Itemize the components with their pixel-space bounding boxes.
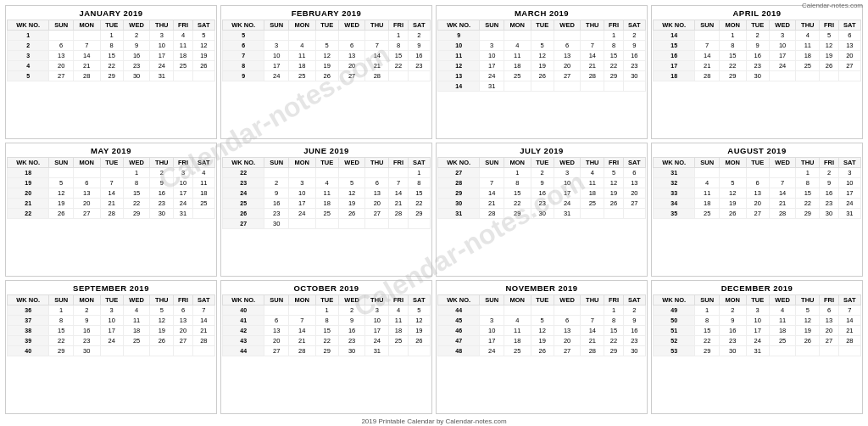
table-row: 4717181920212223 (438, 336, 646, 346)
day-cell: 11 (174, 41, 192, 51)
table-row: 453456789 (438, 316, 646, 326)
day-cell: 6 (746, 178, 769, 188)
day-cell: 5 (796, 305, 820, 316)
day-cell: 31 (554, 209, 581, 219)
month-block-5: JUNE 2019WK NO.SUNMONTUEWEDTHUFRISAT2212… (220, 143, 432, 277)
day-cell: 27 (623, 199, 645, 209)
wkno-cell: 47 (438, 336, 480, 346)
day-cell: 17 (100, 326, 123, 336)
table-row: 31123 (654, 168, 861, 178)
wkno-cell: 26 (223, 209, 264, 219)
day-cell: 24 (838, 199, 860, 209)
day-cell: 27 (554, 346, 581, 356)
month-title-6: JULY 2019 (437, 144, 646, 157)
table-row: 4610111213141516 (438, 326, 646, 336)
day-cell: 12 (531, 326, 554, 336)
day-cell: 2 (123, 31, 150, 41)
day-cell: 25 (796, 61, 820, 71)
day-cell: 18 (315, 199, 338, 209)
month-block-4: MAY 2019WK NO.SUNMONTUEWEDTHUFRISAT18123… (5, 143, 217, 277)
day-cell: 17 (480, 336, 504, 346)
day-cell: 1 (49, 305, 74, 316)
day-cell (100, 168, 123, 178)
day-cell (49, 168, 74, 178)
day-cell: 11 (581, 178, 604, 188)
wkno-cell: 23 (223, 178, 264, 188)
wkno-cell: 31 (654, 168, 695, 178)
day-cell: 21 (74, 61, 101, 71)
day-cell (365, 31, 389, 41)
col-header: SAT (838, 158, 860, 168)
day-cell (315, 219, 338, 229)
day-cell: 12 (49, 188, 74, 199)
day-cell: 22 (604, 336, 623, 346)
month-block-7: AUGUST 2019WK NO.SUNMONTUEWEDTHUFRISAT31… (651, 143, 863, 277)
day-cell: 26 (820, 61, 838, 71)
day-cell: 5 (315, 41, 338, 51)
day-cell (604, 209, 623, 219)
day-cell: 25 (769, 336, 796, 346)
month-table-11: WK NO.SUNMONTUEWEDTHUFRISAT4912345675089… (653, 294, 861, 356)
day-cell: 28 (74, 71, 101, 81)
col-header: WK NO. (654, 158, 695, 168)
col-header: WED (338, 158, 365, 168)
day-cell: 30 (150, 209, 174, 219)
day-cell: 9 (338, 316, 365, 326)
month-block-10: NOVEMBER 2019WK NO.SUNMONTUEWEDTHUFRISAT… (436, 280, 648, 414)
day-cell: 16 (150, 188, 174, 199)
day-cell: 6 (264, 316, 289, 326)
day-cell: 10 (174, 178, 192, 188)
day-cell: 3 (100, 305, 123, 316)
day-cell: 8 (604, 41, 623, 51)
day-cell: 1 (408, 168, 430, 178)
day-cell: 6 (623, 168, 645, 178)
day-cell: 23 (123, 61, 150, 71)
col-header: SUN (695, 295, 720, 305)
day-cell: 21 (100, 199, 123, 209)
wkno-cell: 45 (438, 316, 480, 326)
day-cell: 23 (264, 209, 289, 219)
day-cell (695, 31, 720, 41)
table-row: 442728293031 (223, 346, 431, 356)
col-header: WED (554, 295, 581, 305)
wkno-cell: 5 (8, 71, 49, 81)
day-cell: 22 (796, 199, 820, 209)
day-cell: 8 (408, 178, 430, 188)
wkno-cell: 13 (438, 71, 480, 81)
month-block-8: SEPTEMBER 2019WK NO.SUNMONTUEWEDTHUFRISA… (5, 280, 217, 414)
day-cell: 24 (365, 336, 389, 346)
day-cell: 15 (695, 326, 720, 336)
day-cell: 3 (769, 31, 796, 41)
month-block-1: FEBRUARY 2019WK NO.SUNMONTUEWEDTHUFRISAT… (220, 5, 432, 139)
table-row: 4824252627282930 (438, 346, 646, 356)
day-cell: 3 (746, 305, 769, 316)
day-cell: 10 (746, 316, 769, 326)
table-row: 2012131415161718 (8, 188, 215, 199)
day-cell: 16 (623, 51, 645, 61)
col-header: SAT (623, 20, 645, 31)
table-row: 710111213141516 (223, 51, 431, 61)
col-header: TUE (100, 295, 123, 305)
wkno-cell: 32 (654, 178, 695, 188)
col-header: THU (365, 158, 389, 168)
day-cell (820, 346, 838, 356)
day-cell: 1 (604, 31, 623, 41)
col-header: WED (123, 158, 150, 168)
day-cell: 12 (192, 41, 214, 51)
table-row: 2914151617181920 (438, 188, 646, 199)
day-cell: 23 (746, 61, 769, 71)
day-cell (554, 81, 581, 92)
month-block-6: JULY 2019WK NO.SUNMONTUEWEDTHUFRISAT2712… (436, 143, 648, 277)
table-row: 181234 (8, 168, 215, 178)
day-cell: 3 (289, 178, 316, 188)
day-cell: 22 (315, 336, 338, 346)
day-cell: 12 (820, 41, 838, 51)
day-cell: 29 (100, 71, 123, 81)
col-header: SAT (192, 295, 214, 305)
day-cell: 6 (820, 305, 838, 316)
wkno-cell: 14 (654, 31, 695, 41)
day-cell: 12 (604, 178, 623, 188)
day-cell: 27 (365, 209, 389, 219)
day-cell: 27 (820, 336, 838, 346)
day-cell: 15 (123, 188, 150, 199)
